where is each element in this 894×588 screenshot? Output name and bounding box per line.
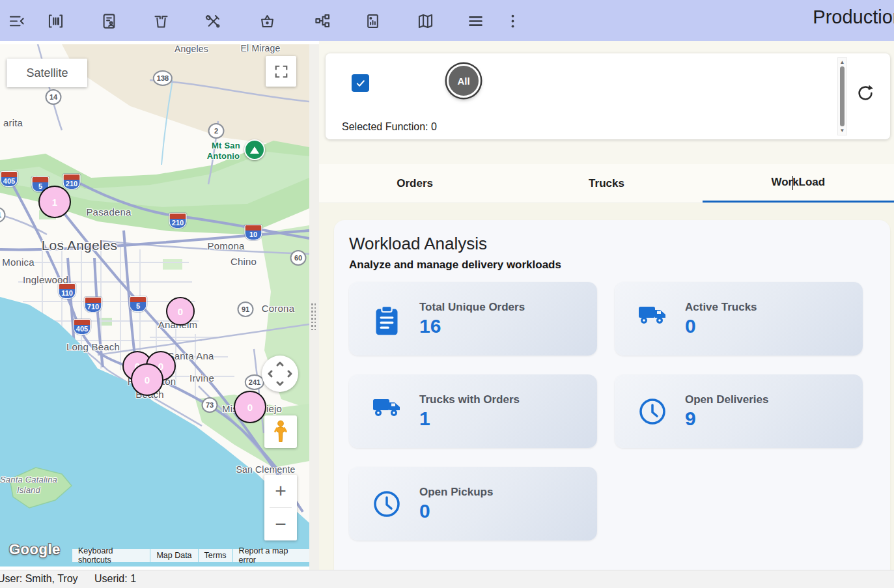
- map-label: San Clemente: [236, 464, 295, 475]
- all-function-button[interactable]: All: [447, 64, 481, 98]
- tab-workload[interactable]: WorkLoad: [703, 164, 894, 203]
- map-label: Monica: [2, 257, 35, 268]
- stat-grid: Total Unique Orders16Active Trucks0Truck…: [349, 282, 875, 540]
- right-panel: All Selected Function: 0 ▲ ▼ OrdersTruck…: [319, 41, 894, 570]
- tab-label: WorkLoad: [771, 176, 825, 189]
- function-list-scrollbar: ▲ ▼: [837, 57, 847, 135]
- map-zoom-control: + −: [264, 475, 297, 540]
- cluster-marker[interactable]: 0: [131, 363, 163, 396]
- zoom-out-button[interactable]: −: [264, 508, 297, 540]
- map-label: Corona: [262, 303, 294, 314]
- workload-subtitle: Analyze and manage delivery workloads: [349, 259, 875, 272]
- stat-label: Trucks with Orders: [419, 393, 520, 406]
- stat-label: Open Pickups: [419, 486, 493, 499]
- all-functions-checkbox[interactable]: [352, 74, 369, 92]
- status-user: User: Smith, Troy: [0, 573, 78, 585]
- scrollbar-thumb[interactable]: [840, 66, 845, 126]
- clock-icon: [638, 397, 667, 426]
- scroll-down-arrow[interactable]: ▼: [838, 127, 846, 134]
- map-type-satellite-button[interactable]: Satellite: [7, 59, 87, 87]
- street-view-pegman-button[interactable]: [264, 415, 297, 448]
- text-cursor: [792, 176, 793, 190]
- map-label: Island: [17, 485, 40, 495]
- route-shield-405: 405: [1, 171, 18, 187]
- mountain-peak-marker[interactable]: [244, 139, 265, 160]
- map-footer-links: Keyboard shortcutsMap DataTermsReport a …: [72, 549, 309, 562]
- stat-label: Open Deliveries: [685, 393, 769, 406]
- status-bar: User: Smith, Troy Userid: 1: [0, 570, 894, 588]
- stat-card[interactable]: Trucks with Orders1: [349, 374, 597, 448]
- stat-label: Total Unique Orders: [419, 301, 525, 314]
- pegman-icon: [271, 420, 290, 443]
- route-shield-210: 210: [169, 213, 187, 229]
- cluster-marker[interactable]: 0: [166, 297, 195, 326]
- splitter-drag-handle[interactable]: [311, 303, 317, 332]
- pan-control[interactable]: [262, 356, 298, 392]
- clock-icon: [372, 490, 401, 518]
- route-shield-73: 73: [202, 397, 218, 413]
- cluster-marker[interactable]: 0: [234, 391, 266, 423]
- map-label: Pomona: [207, 240, 244, 251]
- stat-card[interactable]: Active Trucks0: [615, 282, 863, 356]
- zoom-in-button[interactable]: +: [264, 475, 297, 507]
- map-label: Mt San: [212, 141, 240, 150]
- menu-icon[interactable]: [462, 7, 489, 35]
- workflow-icon[interactable]: [309, 7, 336, 35]
- stat-text: Total Unique Orders16: [419, 301, 525, 337]
- function-selector-card: All Selected Function: 0 ▲ ▼: [326, 53, 890, 139]
- stat-value: 16: [419, 315, 525, 337]
- map-label: Los Angeles: [42, 238, 118, 253]
- fullscreen-icon: [274, 64, 288, 79]
- map-label: Chino: [230, 256, 257, 267]
- route-shield-5: 5: [130, 296, 147, 312]
- route-shield-60: 60: [290, 250, 307, 266]
- stat-card[interactable]: Total Unique Orders16: [349, 282, 597, 356]
- map-footer-link[interactable]: Keyboard shortcuts: [72, 549, 150, 562]
- map-footer-link[interactable]: Terms: [199, 549, 232, 562]
- container-icon[interactable]: [147, 7, 175, 35]
- stat-value: 9: [685, 408, 769, 430]
- workload-title: Workload Analysis: [349, 234, 875, 254]
- menu-collapse-icon[interactable]: [3, 7, 30, 35]
- refresh-button[interactable]: [856, 83, 875, 103]
- report-chart-icon[interactable]: [359, 7, 386, 35]
- stat-value: 0: [419, 500, 493, 522]
- stat-value: 1: [419, 408, 520, 430]
- map-footer-link[interactable]: Map Data: [150, 549, 197, 562]
- stat-card[interactable]: Open Pickups0: [349, 467, 597, 540]
- map-label: Pasadena: [86, 206, 131, 217]
- route-shield-91: 91: [238, 301, 254, 317]
- mountain-icon: [250, 147, 259, 154]
- basket-icon[interactable]: [253, 7, 281, 35]
- stat-text: Trucks with Orders1: [419, 393, 520, 430]
- workload-analysis-card: Workload Analysis Analyze and manage del…: [334, 220, 890, 570]
- scroll-up-arrow[interactable]: ▲: [838, 59, 846, 66]
- stat-text: Active Trucks0: [685, 301, 757, 337]
- top-toolbar: Production: [0, 0, 894, 41]
- route-shield-10: 10: [245, 225, 262, 240]
- kebab-menu-icon[interactable]: [499, 7, 526, 35]
- stat-card[interactable]: Open Deliveries9: [615, 374, 863, 448]
- tab-content: Workload Analysis Analyze and manage del…: [319, 203, 894, 570]
- clipboard-icon: [372, 305, 401, 333]
- pan-arrows-icon: [262, 356, 298, 392]
- map-label: Irvine: [189, 372, 214, 384]
- route-shield-110: 110: [59, 283, 76, 299]
- tab-trucks[interactable]: Trucks: [510, 164, 702, 203]
- map-footer-link[interactable]: Report a map error: [233, 549, 309, 562]
- check-icon: [355, 77, 367, 89]
- tab-bar: OrdersTrucksWorkLoad: [319, 164, 894, 203]
- cluster-marker[interactable]: 1: [38, 186, 71, 218]
- map-icon[interactable]: [412, 7, 439, 35]
- tab-orders[interactable]: Orders: [319, 164, 510, 203]
- stat-label: Active Trucks: [685, 301, 757, 314]
- contact-document-icon[interactable]: [95, 7, 122, 35]
- map-panel[interactable]: 138142405521001210106011071059140524173 …: [0, 44, 309, 567]
- route-shield-210: 210: [63, 174, 81, 189]
- selected-function-text: Selected Function: 0: [342, 121, 437, 133]
- google-logo[interactable]: Google: [9, 541, 61, 558]
- barcode-icon[interactable]: [42, 7, 69, 35]
- stat-text: Open Deliveries9: [685, 393, 769, 430]
- fullscreen-button[interactable]: [266, 56, 296, 87]
- tools-icon[interactable]: [199, 7, 227, 35]
